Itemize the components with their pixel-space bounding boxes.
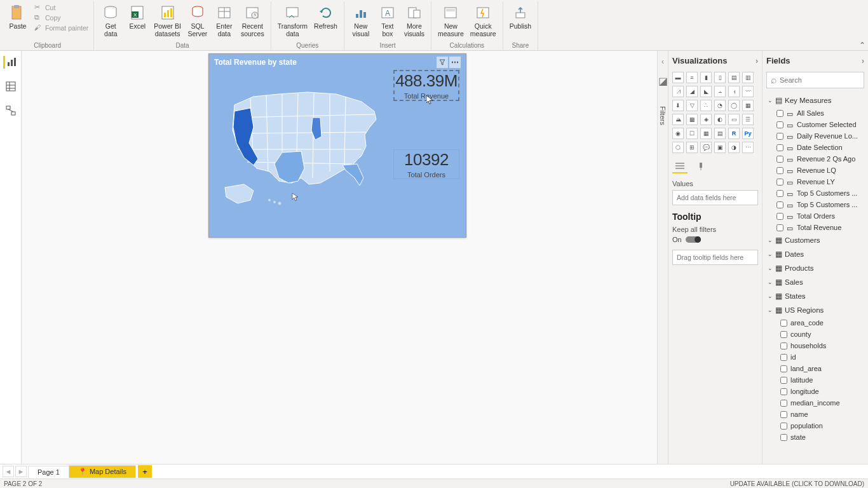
search-box[interactable]: ⌕: [766, 72, 864, 88]
viz-stacked-bar[interactable]: ▬: [672, 72, 684, 83]
field-item[interactable]: ▭Total Orders: [766, 210, 864, 222]
field-item[interactable]: state: [766, 431, 864, 443]
viz-paginated[interactable]: ▣: [714, 142, 726, 153]
viz-line-col2[interactable]: ⫞: [728, 86, 740, 97]
filters-label[interactable]: Filters: [659, 106, 667, 125]
page-tab-2[interactable]: 📍Map Details: [69, 465, 136, 478]
fields-tab[interactable]: [672, 159, 688, 173]
expand-filters-icon[interactable]: ‹: [661, 57, 664, 66]
viz-donut[interactable]: ◯: [728, 100, 740, 111]
field-item[interactable]: county: [766, 329, 864, 340]
table-products[interactable]: ⌄▦Products: [766, 261, 864, 275]
get-data-button[interactable]: Get data: [98, 3, 123, 39]
viz-gauge[interactable]: ◐: [714, 114, 726, 125]
field-item[interactable]: ▭All Sales: [766, 107, 864, 119]
viz-stacked-area[interactable]: ◣: [700, 86, 712, 97]
field-item[interactable]: ▭Total Revenue: [766, 222, 864, 233]
recent-sources-button[interactable]: Recent sources: [238, 3, 267, 39]
viz-py[interactable]: Py: [742, 128, 754, 139]
viz-kpi[interactable]: ◉: [672, 128, 684, 139]
prev-page-button[interactable]: ◄: [3, 466, 14, 477]
table-us-regions[interactable]: ⌄▦US Regions: [766, 303, 864, 317]
more-visuals-button[interactable]: More visuals: [402, 3, 427, 39]
viz-card[interactable]: ▭: [728, 114, 740, 125]
field-checkbox[interactable]: [780, 388, 787, 395]
viz-slicer[interactable]: ☐: [686, 128, 698, 139]
viz-clustered-col[interactable]: ▯: [714, 72, 726, 83]
table-dates[interactable]: ⌄▦Dates: [766, 247, 864, 261]
total-orders-card[interactable]: 10392 Total Orders: [393, 149, 459, 179]
collapse-ribbon-icon[interactable]: ⌃: [859, 41, 865, 50]
text-box-button[interactable]: AText box: [375, 3, 400, 39]
collapse-viz-icon[interactable]: ›: [756, 57, 758, 65]
field-item[interactable]: longitude: [766, 386, 864, 397]
viz-100-col[interactable]: ▥: [742, 72, 754, 83]
field-item[interactable]: households: [766, 340, 864, 351]
values-well[interactable]: Add data fields here: [672, 190, 758, 205]
excel-button[interactable]: XExcel: [125, 3, 150, 32]
table-key-measures[interactable]: ⌄▤Key Measures: [766, 93, 864, 107]
field-checkbox[interactable]: [780, 423, 787, 430]
field-checkbox[interactable]: [776, 133, 783, 140]
viz-r[interactable]: R: [728, 128, 740, 139]
field-checkbox[interactable]: [780, 342, 787, 349]
field-checkbox[interactable]: [776, 213, 783, 220]
field-checkbox[interactable]: [776, 179, 783, 186]
more-options-icon[interactable]: ⋯: [449, 57, 461, 68]
field-item[interactable]: latitude: [766, 374, 864, 386]
sql-button[interactable]: SQL Server: [185, 3, 210, 39]
new-visual-button[interactable]: New visual: [348, 3, 374, 39]
report-view-icon[interactable]: [3, 56, 16, 69]
paste-button[interactable]: Paste: [5, 3, 31, 32]
field-checkbox[interactable]: [780, 411, 787, 418]
update-link[interactable]: UPDATE AVAILABLE (CLICK TO DOWNLOAD): [730, 480, 864, 487]
field-checkbox[interactable]: [776, 224, 783, 231]
enter-data-button[interactable]: Enter data: [212, 3, 237, 39]
viz-map[interactable]: ⛰: [672, 114, 684, 125]
viz-pie[interactable]: ◔: [714, 100, 726, 111]
field-item[interactable]: ▭Revenue LQ: [766, 165, 864, 176]
viz-100-bar[interactable]: ▤: [728, 72, 740, 83]
field-item[interactable]: population: [766, 420, 864, 431]
field-item[interactable]: ▭Date Selection: [766, 142, 864, 153]
viz-line-col[interactable]: ⫠: [714, 86, 726, 97]
field-item[interactable]: ▭Top 5 Customers ...: [766, 187, 864, 199]
field-item[interactable]: ▭Revenue LY: [766, 176, 864, 187]
field-checkbox[interactable]: [776, 167, 783, 174]
model-view-icon[interactable]: [4, 104, 17, 117]
viz-stacked-col[interactable]: ▮: [700, 72, 712, 83]
field-checkbox[interactable]: [780, 434, 787, 441]
new-measure-button[interactable]: New measure: [435, 3, 466, 39]
field-checkbox[interactable]: [780, 320, 787, 327]
field-item[interactable]: name: [766, 409, 864, 420]
field-checkbox[interactable]: [776, 156, 783, 163]
filter-visual-icon[interactable]: [437, 57, 448, 68]
table-sales[interactable]: ⌄▦Sales: [766, 275, 864, 289]
next-page-button[interactable]: ►: [15, 466, 27, 477]
pbi-datasets-button[interactable]: Power BI datasets: [151, 3, 184, 39]
field-item[interactable]: ▭Daily Revenue Lo...: [766, 130, 864, 142]
viz-multicard[interactable]: ☰: [742, 114, 754, 125]
field-checkbox[interactable]: [776, 201, 783, 208]
field-checkbox[interactable]: [780, 377, 787, 384]
viz-more[interactable]: ⋯: [742, 142, 754, 153]
collapse-fields-icon[interactable]: ›: [862, 57, 864, 65]
search-input[interactable]: [780, 76, 867, 84]
field-checkbox[interactable]: [776, 144, 783, 151]
data-view-icon[interactable]: [4, 80, 17, 93]
field-item[interactable]: ▭Customer Selected: [766, 119, 864, 130]
field-checkbox[interactable]: [780, 331, 787, 338]
field-checkbox[interactable]: [780, 365, 787, 372]
table-customers[interactable]: ⌄▦Customers: [766, 233, 864, 247]
viz-table[interactable]: ▦: [700, 128, 712, 139]
viz-decomp[interactable]: ⊞: [686, 142, 698, 153]
field-item[interactable]: ▭Revenue 2 Qs Ago: [766, 153, 864, 165]
viz-scatter[interactable]: ∴: [700, 100, 712, 111]
viz-treemap[interactable]: ▦: [742, 100, 754, 111]
quick-measure-button[interactable]: Quick measure: [468, 3, 499, 39]
field-item[interactable]: median_income: [766, 397, 864, 409]
viz-clustered-bar[interactable]: ≡: [686, 72, 698, 83]
tooltip-well[interactable]: Drag tooltip fields here: [672, 250, 758, 265]
field-checkbox[interactable]: [780, 400, 787, 407]
keep-filters-toggle[interactable]: [686, 236, 701, 243]
